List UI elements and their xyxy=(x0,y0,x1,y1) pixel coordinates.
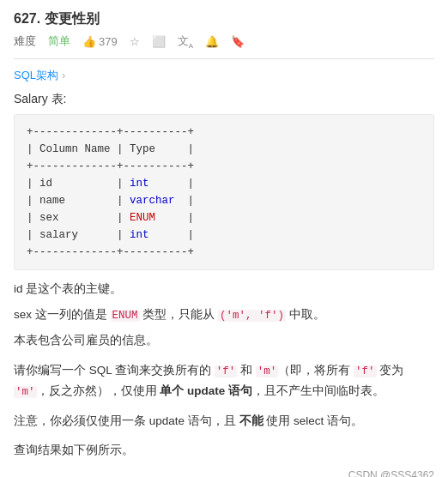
desc2-end: 中取。 xyxy=(286,308,325,321)
para2: 注意，你必须仅使用一条 update 语句，且 不能 使用 select 语句。 xyxy=(14,411,434,432)
difficulty-value: 简单 xyxy=(48,33,70,49)
desc3: 本表包含公司雇员的信息。 xyxy=(14,330,434,351)
type-int-salary: int xyxy=(130,229,149,241)
desc2: sex 这一列的值是 ENUM 类型，只能从 ('m', 'f') 中取。 xyxy=(14,305,434,326)
footer-row: CSDN @SSS4362 xyxy=(14,469,434,477)
para2-block: 注意，你必须仅使用一条 update 语句，且 不能 使用 select 语句。 xyxy=(14,411,434,432)
code-table-block: +-------------+----------+ | Column Name… xyxy=(14,114,434,270)
bookmark-item[interactable]: 🔖 xyxy=(231,35,245,48)
title-row: 627. 变更性别 xyxy=(14,10,434,28)
para1-block: 请你编写一个 SQL 查询来交换所有的 'f' 和 'm'（即，将所有 'f' … xyxy=(14,360,434,402)
breadcrumb-arrow: › xyxy=(62,69,65,82)
desc2-enum: ENUM xyxy=(111,310,140,322)
desc2-values: ('m', 'f') xyxy=(218,310,286,322)
like-count: 379 xyxy=(99,35,118,48)
breadcrumb-text[interactable]: SQL架构 xyxy=(14,68,58,83)
star-item[interactable]: ☆ xyxy=(130,35,140,48)
para1-mid: 变为 xyxy=(377,364,404,377)
para1-f: 'f' xyxy=(215,365,238,377)
desc1: id 是这个表的主键。 xyxy=(14,279,434,299)
type-varchar: varchar xyxy=(130,195,175,207)
para1-m: 'm' xyxy=(256,365,279,377)
divider xyxy=(14,58,434,59)
type-enum: ENUM xyxy=(130,212,155,224)
para1-and: 和 xyxy=(237,364,256,377)
para2-bold: 不能 xyxy=(239,414,263,427)
like-item[interactable]: 👍 379 xyxy=(82,35,118,48)
desc2-rest: 类型，只能从 xyxy=(140,308,219,321)
para1-rest2: ，反之亦然），仅使用 单个 update 语句，且不产生中间临时表。 xyxy=(37,384,385,397)
para1: 请你编写一个 SQL 查询来交换所有的 'f' 和 'm'（即，将所有 'f' … xyxy=(14,360,434,402)
salary-label: Salary 表: xyxy=(14,92,434,107)
translate-icon: 文A xyxy=(178,33,193,50)
like-icon: 👍 xyxy=(82,35,96,48)
star-icon: ☆ xyxy=(130,35,140,48)
para2-rest: 使用 select 语句。 xyxy=(263,414,364,427)
para3: 查询结果如下例所示。 xyxy=(14,440,434,461)
para1-f2: 'f' xyxy=(354,365,377,377)
page-container: 627. 变更性别 难度 简单 👍 379 ☆ ⬜ 文A 🔔 🔖 SQL架构 ›… xyxy=(0,0,448,477)
type-int-id: int xyxy=(130,178,149,190)
para1-m2: 'm' xyxy=(14,386,37,398)
difficulty-label: 难度 xyxy=(14,33,36,49)
description-block: id 是这个表的主键。 sex 这一列的值是 ENUM 类型，只能从 ('m',… xyxy=(14,279,434,352)
problem-title: 627. 变更性别 xyxy=(14,10,100,28)
share-item[interactable]: ⬜ xyxy=(152,35,166,48)
breadcrumb: SQL架构 › xyxy=(14,68,434,83)
para1-prefix: 请你编写一个 SQL 查询来交换所有的 xyxy=(14,364,215,377)
share-icon: ⬜ xyxy=(152,35,166,48)
desc2-prefix: sex 这一列的值是 xyxy=(14,308,111,321)
footer-text: CSDN @SSS4362 xyxy=(348,469,434,477)
translate-item[interactable]: 文A xyxy=(178,33,193,50)
para3-block: 查询结果如下例所示。 xyxy=(14,440,434,461)
para1-rest: （即，将所有 xyxy=(278,364,354,377)
bell-icon: 🔔 xyxy=(205,35,219,48)
meta-row: 难度 简单 👍 379 ☆ ⬜ 文A 🔔 🔖 xyxy=(14,33,434,50)
bell-item[interactable]: 🔔 xyxy=(205,35,219,48)
bookmark-icon: 🔖 xyxy=(231,35,245,48)
para2-prefix: 注意，你必须仅使用一条 update 语句，且 xyxy=(14,414,239,427)
